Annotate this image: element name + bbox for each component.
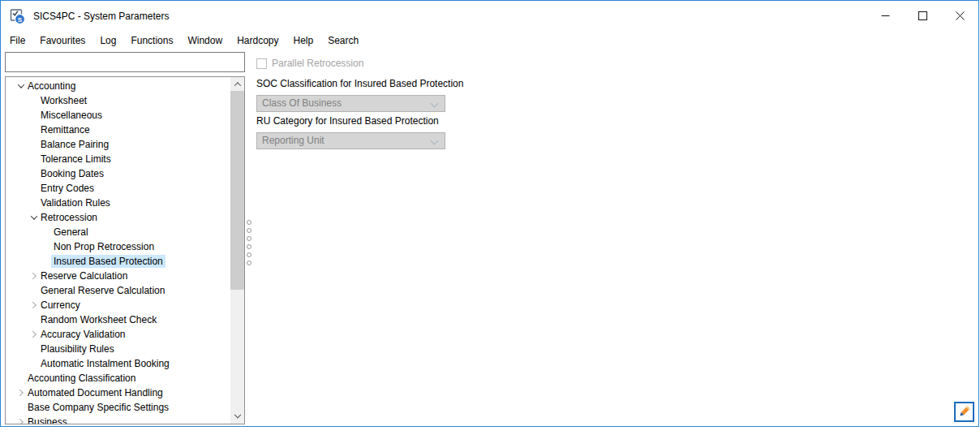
tree-item-label: Balance Pairing bbox=[38, 138, 111, 151]
svg-text:S: S bbox=[18, 16, 23, 24]
grip-dot bbox=[247, 244, 251, 249]
tree-item-label: General bbox=[51, 226, 91, 239]
tree-item-label: Base Company Specific Settings bbox=[25, 401, 171, 414]
chevron-down-icon bbox=[431, 100, 439, 108]
tree-item-label: Accounting Classification bbox=[25, 372, 138, 385]
tree-item-label: Entry Codes bbox=[38, 182, 97, 195]
ru-category-dropdown[interactable]: Reporting Unit bbox=[256, 132, 445, 149]
tree-item-label: Random Worksheet Check bbox=[38, 313, 159, 326]
minimize-icon bbox=[881, 11, 890, 20]
maximize-icon bbox=[918, 11, 927, 20]
tree-item[interactable]: Validation Rules bbox=[6, 196, 230, 210]
chevron-right-icon[interactable] bbox=[28, 269, 41, 283]
menu-item-file[interactable]: File bbox=[2, 31, 32, 50]
menu-item-window[interactable]: Window bbox=[180, 31, 230, 50]
soc-classification-value: Class Of Business bbox=[262, 97, 342, 109]
tree-item-label: Worksheet bbox=[38, 94, 89, 107]
tree-item[interactable]: Automated Document Handling bbox=[6, 385, 230, 400]
tree-scrollbar[interactable] bbox=[230, 77, 244, 424]
tree-item-label: Automatic Instalment Booking bbox=[38, 357, 172, 370]
minimize-button[interactable] bbox=[866, 1, 904, 31]
chevron-right-icon[interactable] bbox=[28, 327, 41, 342]
chevron-right-icon[interactable] bbox=[15, 415, 28, 424]
tree-item[interactable]: Plausibility Rules bbox=[6, 342, 230, 356]
maximize-button[interactable] bbox=[904, 1, 941, 31]
tree-item-label: Non Prop Retrocession bbox=[51, 240, 157, 253]
tree-item[interactable]: Entry Codes bbox=[6, 181, 230, 196]
tree-item-label: Remittance bbox=[38, 123, 92, 136]
tree-item[interactable]: Booking Dates bbox=[6, 166, 230, 181]
menu-item-favourites[interactable]: Favourites bbox=[32, 31, 92, 50]
tree-item[interactable]: Base Company Specific Settings bbox=[6, 400, 230, 415]
tree-item[interactable]: General Reserve Calculation bbox=[6, 283, 230, 298]
sics-app-icon: S bbox=[8, 7, 26, 25]
app-window: S SICS4PC - System Parameters FileFavour… bbox=[0, 0, 979, 427]
scroll-up-button[interactable] bbox=[230, 77, 244, 91]
tree-item[interactable]: Retrocession bbox=[6, 210, 230, 225]
grip-dot bbox=[247, 220, 251, 225]
chevron-right-icon[interactable] bbox=[28, 298, 41, 312]
tree-item-label: Accuracy Validation bbox=[38, 328, 128, 341]
chevron-down-icon bbox=[234, 411, 240, 417]
tree-item[interactable]: Insured Based Protection bbox=[6, 254, 230, 269]
tree-item[interactable]: Currency bbox=[6, 298, 230, 312]
menu-item-log[interactable]: Log bbox=[92, 31, 123, 50]
panel-splitter[interactable] bbox=[245, 50, 255, 424]
ru-category-value: Reporting Unit bbox=[262, 135, 325, 146]
tree-item[interactable]: Balance Pairing bbox=[6, 137, 230, 152]
tree-item[interactable]: Tolerance Limits bbox=[6, 152, 230, 166]
chevron-down-icon[interactable] bbox=[28, 210, 41, 225]
parameters-tree-panel: AccountingWorksheetMiscellaneousRemittan… bbox=[5, 76, 245, 424]
tree-item[interactable]: General bbox=[6, 225, 230, 239]
menu-item-functions[interactable]: Functions bbox=[123, 31, 180, 50]
tree-item-label: Miscellaneous bbox=[38, 109, 105, 122]
tree-item-label: Tolerance Limits bbox=[38, 153, 114, 166]
tree-item[interactable]: Worksheet bbox=[6, 93, 230, 108]
tree-item[interactable]: Accounting bbox=[6, 79, 230, 93]
chevron-down-icon[interactable] bbox=[15, 79, 28, 93]
parallel-retrocession-row: Parallel Retrocession bbox=[256, 58, 363, 69]
tree-filter-input[interactable] bbox=[5, 52, 245, 72]
tree-item[interactable]: Random Worksheet Check bbox=[6, 312, 230, 327]
close-button[interactable] bbox=[941, 1, 978, 31]
ru-category-label: RU Category for Insured Based Protection bbox=[256, 115, 439, 127]
pencil-icon bbox=[957, 405, 971, 419]
menu-item-help[interactable]: Help bbox=[286, 31, 320, 50]
soc-classification-label: SOC Classification for Insured Based Pro… bbox=[256, 78, 463, 89]
tree-item[interactable]: Non Prop Retrocession bbox=[6, 239, 230, 254]
grip-dot bbox=[247, 228, 251, 233]
window-controls bbox=[866, 1, 978, 31]
tree-item[interactable]: Business bbox=[6, 415, 230, 424]
tree-item[interactable]: Accuracy Validation bbox=[6, 327, 230, 342]
tree-item[interactable]: Reserve Calculation bbox=[6, 269, 230, 283]
menu-item-hardcopy[interactable]: Hardcopy bbox=[230, 31, 286, 50]
grip-dot bbox=[247, 236, 251, 241]
tree-item[interactable]: Automatic Instalment Booking bbox=[6, 356, 230, 371]
menu-bar: FileFavouritesLogFunctionsWindowHardcopy… bbox=[1, 31, 978, 50]
tree-item[interactable]: Miscellaneous bbox=[6, 108, 230, 123]
tree-item-label: Business bbox=[25, 416, 70, 424]
chevron-down-icon bbox=[431, 137, 439, 145]
soc-classification-dropdown[interactable]: Class Of Business bbox=[256, 95, 445, 112]
tree-item-label: Validation Rules bbox=[38, 196, 113, 209]
grip-dot bbox=[247, 252, 251, 257]
tree-item[interactable]: Remittance bbox=[6, 123, 230, 137]
scroll-down-button[interactable] bbox=[230, 410, 244, 424]
edit-button[interactable] bbox=[954, 402, 974, 422]
tree-item-label: General Reserve Calculation bbox=[38, 284, 167, 297]
tree-item-label: Currency bbox=[38, 299, 83, 312]
title-bar: S SICS4PC - System Parameters bbox=[1, 1, 978, 31]
chevron-right-icon[interactable] bbox=[15, 385, 28, 400]
scrollbar-thumb[interactable] bbox=[230, 91, 244, 290]
menu-item-search[interactable]: Search bbox=[320, 31, 366, 50]
tree-item-label: Retrocession bbox=[38, 211, 100, 224]
tree-rows: AccountingWorksheetMiscellaneousRemittan… bbox=[6, 79, 230, 424]
window-title: SICS4PC - System Parameters bbox=[33, 11, 169, 22]
checkbox-label: Parallel Retrocession bbox=[272, 58, 363, 69]
tree-item-label: Accounting bbox=[25, 80, 78, 93]
parameters-form-panel: Parallel Retrocession SOC Classification… bbox=[255, 50, 978, 425]
parallel-retrocession-checkbox[interactable] bbox=[256, 58, 267, 69]
splitter-grip bbox=[247, 220, 251, 265]
close-icon bbox=[956, 11, 965, 20]
tree-item[interactable]: Accounting Classification bbox=[6, 371, 230, 385]
